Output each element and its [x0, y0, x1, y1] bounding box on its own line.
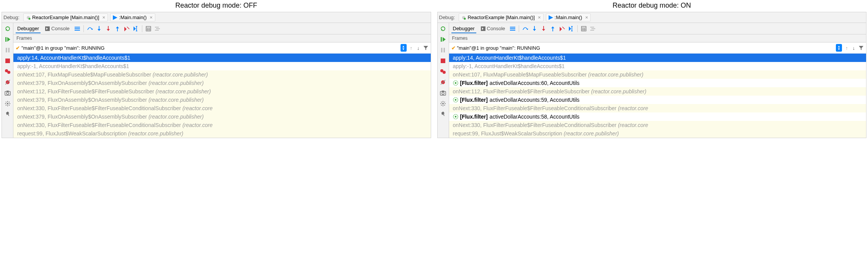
frames-list[interactable]: apply:14, AccountHandlerKt$handleAccount…: [449, 54, 866, 138]
threads-icon[interactable]: [510, 26, 516, 32]
resume-button[interactable]: [439, 35, 447, 44]
resume-button[interactable]: [3, 35, 12, 44]
run-to-cursor-button[interactable]: [133, 26, 139, 32]
mute-breakpoints-button[interactable]: [3, 78, 12, 86]
frame-row[interactable]: onNext:112, FluxFilterFuseable$FilterFus…: [449, 87, 866, 96]
run-config-tab[interactable]: ReactorExample [Main.main()] ×: [459, 13, 543, 21]
tab-debugger[interactable]: Debugger: [451, 24, 476, 33]
frames-header: Frames: [449, 34, 866, 42]
frame-row[interactable]: onNext:330, FluxFilterFuseable$FilterFus…: [449, 121, 866, 129]
svg-marker-88: [542, 29, 545, 31]
close-icon[interactable]: ×: [102, 15, 105, 20]
frame-row[interactable]: [Flux.filter] activeDollarAccounts:58, A…: [449, 112, 866, 121]
settings-button[interactable]: [439, 99, 447, 108]
panel-title-right: Reactor debug mode: ON: [437, 2, 867, 10]
svg-point-16: [7, 103, 8, 104]
pause-button[interactable]: [439, 46, 447, 54]
next-frame-button[interactable]: ↓: [416, 45, 421, 51]
force-step-into-button[interactable]: [541, 26, 547, 32]
frame-row[interactable]: apply:-1, AccountHandlerKt$handleAccount…: [13, 62, 431, 70]
svg-line-24: [9, 102, 10, 103]
step-over-button[interactable]: [522, 26, 528, 32]
step-out-button[interactable]: [550, 26, 556, 32]
step-over-button[interactable]: [87, 26, 93, 32]
frame-row[interactable]: onNext:379, FluxOnAssembly$OnAssemblySub…: [13, 79, 431, 87]
step-into-button[interactable]: [96, 26, 102, 32]
step-out-button[interactable]: [114, 26, 121, 32]
frame-row[interactable]: apply:-1, AccountHandlerKt$handleAccount…: [449, 62, 866, 70]
frame-row[interactable]: onNext:379, FluxOnAssembly$OnAssemblySub…: [13, 112, 431, 121]
tab-console[interactable]: Console: [44, 24, 71, 33]
svg-marker-86: [533, 29, 536, 31]
mute-breakpoints-button[interactable]: [439, 78, 447, 86]
thread-dropdown-stepper[interactable]: ▲▼: [401, 44, 407, 52]
close-icon[interactable]: ×: [538, 15, 541, 20]
tab-debugger[interactable]: Debugger: [16, 24, 41, 33]
trace-button[interactable]: [590, 26, 596, 32]
threads-icon[interactable]: [74, 26, 80, 32]
thread-dropdown-stepper[interactable]: ▲▼: [836, 44, 842, 52]
snapshot-button[interactable]: [3, 89, 12, 97]
svg-rect-103: [591, 28, 595, 29]
tab-console[interactable]: Console: [479, 24, 507, 33]
pause-button[interactable]: [3, 46, 12, 54]
step-into-button[interactable]: [531, 26, 537, 32]
stop-button[interactable]: [3, 57, 12, 65]
pin-button[interactable]: [439, 110, 447, 119]
prev-frame-button[interactable]: ↑: [844, 45, 849, 51]
frame-row[interactable]: onNext:107, FluxMapFuseable$MapFuseableS…: [449, 70, 866, 79]
frame-row[interactable]: onNext:330, FluxFilterFuseable$FilterFus…: [13, 121, 431, 129]
filter-button[interactable]: [858, 45, 864, 50]
rerun-button[interactable]: [3, 24, 12, 33]
thread-selector[interactable]: ✔ "main"@1 in group "main": RUNNING: [451, 45, 834, 51]
main-tab[interactable]: :Main.main() ×: [546, 13, 591, 21]
force-step-into-button[interactable]: [105, 26, 111, 32]
trace-button[interactable]: [155, 26, 161, 32]
running-dot-icon: [461, 15, 466, 20]
frame-row[interactable]: onNext:107, FluxMapFuseable$MapFuseableS…: [13, 70, 431, 79]
frame-row[interactable]: [Flux.filter] activeDollarAccounts:59, A…: [449, 96, 866, 104]
run-config-label: ReactorExample [Main.main()]: [467, 15, 535, 20]
drop-frame-button[interactable]: [559, 26, 565, 32]
view-breakpoints-button[interactable]: [439, 67, 447, 76]
svg-rect-81: [510, 27, 515, 28]
svg-rect-8: [5, 59, 10, 63]
thread-selector[interactable]: ✔ "main"@1 in group "main": RUNNING: [16, 45, 398, 51]
frame-row[interactable]: request:99, FluxJust$WeakScalarSubscript…: [449, 129, 866, 138]
frame-row[interactable]: apply:14, AccountHandlerKt$handleAccount…: [13, 54, 431, 62]
rerun-button[interactable]: [439, 24, 447, 33]
snapshot-button[interactable]: [439, 89, 447, 97]
drop-frame-button[interactable]: [124, 26, 130, 32]
frame-row[interactable]: onNext:330, FluxFilterFuseable$FilterFus…: [449, 104, 866, 112]
filter-button[interactable]: [423, 45, 428, 50]
stop-button[interactable]: [439, 57, 447, 65]
close-icon[interactable]: ×: [150, 15, 153, 20]
view-breakpoints-button[interactable]: [3, 67, 12, 76]
panel-title-left: Reactor debug mode: OFF: [2, 2, 431, 10]
svg-marker-25: [5, 112, 10, 117]
frame-row[interactable]: onNext:379, FluxOnAssembly$OnAssemblySub…: [13, 96, 431, 104]
settings-button[interactable]: [3, 99, 12, 108]
frame-row[interactable]: onNext:112, FluxFilterFuseable$FilterFus…: [13, 87, 431, 96]
evaluate-expression-button[interactable]: [581, 26, 587, 32]
frame-row[interactable]: apply:14, AccountHandlerKt$handleAccount…: [449, 54, 866, 62]
reactor-icon: [453, 97, 458, 103]
evaluate-expression-button[interactable]: [145, 26, 151, 32]
thread-label: "main"@1 in group "main": RUNNING: [457, 45, 540, 51]
close-icon[interactable]: ×: [585, 15, 588, 20]
frame-row[interactable]: onNext:330, FluxFilterFuseable$FilterFus…: [13, 104, 431, 112]
frames-list[interactable]: apply:14, AccountHandlerKt$handleAccount…: [13, 54, 431, 138]
pin-button[interactable]: [3, 110, 12, 119]
prev-frame-button[interactable]: ↑: [409, 45, 414, 51]
run-to-cursor-button[interactable]: [568, 26, 574, 32]
svg-point-1: [28, 18, 30, 20]
main-tab[interactable]: :Main.main() ×: [110, 13, 155, 21]
frame-row[interactable]: [Flux.filter] activeDollarAccounts:60, A…: [449, 79, 866, 87]
reactor-icon: [453, 80, 458, 86]
run-config-tab[interactable]: ReactorExample [Main.main()] ×: [23, 13, 108, 21]
frame-row[interactable]: request:99, FluxJust$WeakScalarSubscript…: [13, 129, 431, 138]
debugger-toolbar: Debugger Console: [13, 23, 431, 34]
funnel-icon: [858, 45, 864, 50]
next-frame-button[interactable]: ↓: [852, 45, 857, 51]
thread-label: "main"@1 in group "main": RUNNING: [21, 45, 104, 51]
